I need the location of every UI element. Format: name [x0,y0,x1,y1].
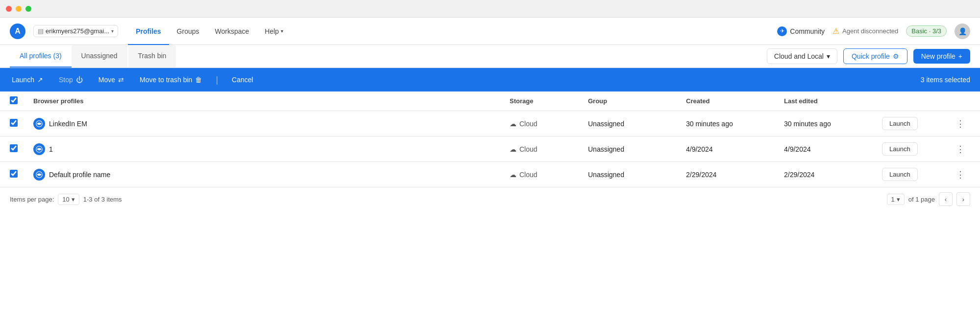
row1-cloud-icon: ☁ [510,120,516,128]
account-switcher[interactable]: ▤ erikmyers275@gmai... ▾ [33,25,118,37]
community-button[interactable]: ✈ Community [777,26,825,36]
row3-last-edited: 2/29/2024 [784,171,882,179]
row2-profile-name: 1 [33,143,510,155]
row3-checkbox-input[interactable] [10,170,18,178]
nav-profiles[interactable]: Profiles [128,18,169,45]
row2-created: 4/9/2024 [686,145,784,153]
quick-profile-settings-icon: ⚙ [893,52,899,60]
row3-more-button[interactable]: ⋮ [951,169,970,180]
account-email: erikmyers275@gmai... [46,27,109,35]
row1-profile-name: LinkedIn EM [33,118,510,130]
nav-workspace[interactable]: Workspace [207,18,257,45]
row2-profile-icon [33,143,45,155]
nav-groups[interactable]: Groups [169,18,207,45]
launch-icon: ↗ [37,76,43,84]
tabs-right-controls: Cloud and Local ▾ Quick profile ⚙ New pr… [767,48,970,64]
tab-trash-bin[interactable]: Trash bin [128,45,176,68]
move-action[interactable]: Move ⇄ [97,76,126,84]
stop-action[interactable]: Stop ⏻ [57,76,85,84]
row1-profile-icon [33,118,45,130]
col-last-edited: Last edited [784,97,882,105]
row3-profile-icon [33,169,45,181]
row2-checkbox[interactable] [10,144,33,154]
row2-cloud-icon: ☁ [510,145,516,153]
row3-launch-button[interactable]: Launch [882,168,918,181]
row1-group: Unassigned [588,120,686,128]
row1-storage: ☁ Cloud [510,120,588,128]
row2-last-edited: 4/9/2024 [784,145,882,153]
action-bar: Launch ↗ Stop ⏻ Move ⇄ Move to trash bin… [0,68,980,91]
table-row: Default profile name ☁ Cloud Unassigned … [0,162,980,187]
maximize-dot[interactable] [25,6,31,12]
launch-action[interactable]: Launch ↗ [10,76,45,84]
row1-checkbox-input[interactable] [10,119,18,127]
table-row: LinkedIn EM ☁ Cloud Unassigned 30 minute… [0,111,980,136]
trash-icon: 🗑 [195,76,202,84]
new-profile-button[interactable]: New profile + [913,49,970,64]
cloud-local-chevron-icon: ▾ [827,52,830,60]
col-storage: Storage [510,97,588,105]
table-row: 1 ☁ Cloud Unassigned 4/9/2024 4/9/2024 L… [0,136,980,162]
prev-page-button[interactable]: ‹ [939,192,953,206]
row2-launch-btn-cell: Launch [882,142,951,156]
of-page-label: of 1 page [908,196,935,203]
items-per-page-label: Items per page: [10,196,54,203]
row2-group: Unassigned [588,145,686,153]
row1-more-button[interactable]: ⋮ [951,118,970,129]
cancel-action[interactable]: Cancel [230,76,255,84]
account-chevron: ▾ [111,28,114,34]
nav-right: ✈ Community ⚠ Agent disconnected Basic ·… [777,23,970,39]
nav-help[interactable]: Help ▾ [257,18,291,45]
row3-storage: ☁ Cloud [510,171,588,179]
per-page-chevron-icon: ▾ [72,196,75,203]
close-dot[interactable] [6,6,12,12]
row3-group: Unassigned [588,171,686,179]
new-profile-plus-icon: + [958,52,962,60]
table-footer: Items per page: 10 ▾ 1-3 of 3 items 1 ▾ … [0,187,980,211]
cloud-local-button[interactable]: Cloud and Local ▾ [767,48,837,64]
row2-more-button[interactable]: ⋮ [951,144,970,155]
plan-badge[interactable]: Basic · 3/3 [906,25,947,37]
col-group: Group [588,97,686,105]
row3-checkbox[interactable] [10,170,33,179]
footer-right: 1 ▾ of 1 page ‹ › [887,192,970,206]
select-all-checkbox[interactable] [10,96,33,106]
per-page-select[interactable]: 10 ▾ [58,194,79,205]
range-label: 1-3 of 3 items [83,196,122,203]
tab-all-profiles[interactable]: All profiles (3) [10,45,72,68]
quick-profile-button[interactable]: Quick profile ⚙ [843,48,907,64]
navbar: A ▤ erikmyers275@gmai... ▾ Profiles Grou… [0,18,980,45]
col-created: Created [686,97,784,105]
tab-unassigned[interactable]: Unassigned [72,45,127,68]
tab-list: All profiles (3) Unassigned Trash bin [10,45,177,68]
row2-launch-button[interactable]: Launch [882,142,918,156]
row1-checkbox[interactable] [10,119,33,128]
col-browser-profiles: Browser profiles [33,97,510,105]
row3-cloud-icon: ☁ [510,171,516,179]
move-trash-action[interactable]: Move to trash bin 🗑 [138,76,204,84]
minimize-dot[interactable] [16,6,22,12]
page-chevron-icon: ▾ [897,196,900,203]
selected-count: 3 items selected [921,76,970,84]
account-icon: ▤ [38,27,44,35]
footer-left: Items per page: 10 ▾ 1-3 of 3 items [10,194,122,205]
nav-links: Profiles Groups Workspace Help ▾ [128,18,291,45]
move-icon: ⇄ [118,76,124,84]
profiles-table: Browser profiles Storage Group Created L… [0,91,980,187]
row3-profile-name: Default profile name [33,169,510,181]
action-divider: | [216,75,218,85]
titlebar [0,0,980,18]
row2-storage: ☁ Cloud [510,145,588,153]
agent-status: ⚠ Agent disconnected [833,26,898,36]
row1-launch-button[interactable]: Launch [882,117,918,130]
next-page-button[interactable]: › [956,192,970,206]
row1-last-edited: 30 minutes ago [784,120,882,128]
select-all-input[interactable] [10,96,18,104]
page-select[interactable]: 1 ▾ [887,194,905,205]
row1-created: 30 minutes ago [686,120,784,128]
row1-launch-btn-cell: Launch [882,117,951,130]
user-avatar[interactable]: 👤 [955,23,970,39]
row2-checkbox-input[interactable] [10,144,18,152]
app-logo: A [10,23,25,39]
tabs-section: All profiles (3) Unassigned Trash bin Cl… [0,45,980,68]
